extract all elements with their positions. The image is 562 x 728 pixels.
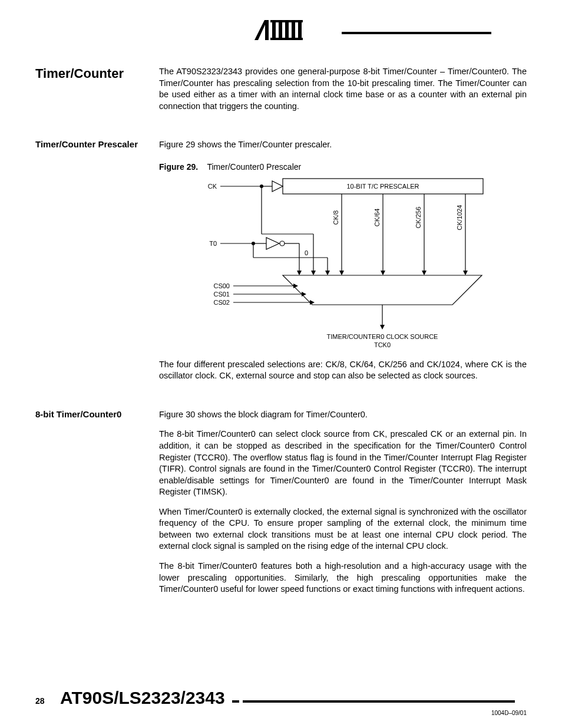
paragraph: The AT90S2323/2343 provides one general-… (159, 66, 527, 112)
page-number: 28 (35, 696, 45, 706)
prescaler-label: 10-BIT T/C PRESCALER (346, 183, 419, 190)
figure-prescaler-diagram: 10-BIT T/C PRESCALER CK (159, 176, 489, 353)
tap-label: CK/64 (373, 208, 381, 226)
svg-rect-46 (232, 700, 239, 703)
atmel-logo-icon (254, 18, 308, 45)
svg-rect-7 (298, 22, 302, 38)
svg-marker-20 (381, 271, 385, 275)
section-body: Figure 30 shows the block diagram for Ti… (159, 409, 527, 604)
figure-caption: Figure 29. Timer/Counter0 Prescaler (159, 162, 527, 173)
svg-marker-32 (297, 271, 302, 275)
section-heading: 8-bit Timer/Counter0 (35, 409, 159, 419)
tap-label: CK/8 (332, 210, 339, 224)
svg-marker-18 (339, 271, 344, 275)
out-label-2: TCK0 (374, 341, 391, 348)
paragraph: The 8-bit Timer/Counter0 can select cloc… (159, 429, 527, 498)
svg-rect-2 (270, 38, 303, 40)
page: Timer/Counter The AT90S2323/2343 provide… (0, 0, 562, 728)
svg-marker-22 (422, 271, 427, 275)
paragraph: The 8-bit Timer/Counter0 features both a… (159, 561, 527, 595)
section-body: Figure 29 shows the Timer/Counter presca… (159, 139, 527, 390)
section-timer-counter: Timer/Counter The AT90S2323/2343 provide… (35, 66, 527, 120)
svg-rect-3 (272, 22, 276, 38)
cs-label: CS02 (213, 299, 230, 306)
section-body: The AT90S2323/2343 provides one general-… (159, 66, 527, 120)
svg-point-29 (280, 241, 285, 246)
figure-title: Timer/Counter0 Prescaler (207, 162, 301, 172)
svg-rect-6 (292, 22, 295, 38)
doc-title: AT90S/LS2323/2343 (60, 688, 225, 708)
svg-marker-24 (463, 271, 468, 275)
section-prescaler: Timer/Counter Prescaler Figure 29 shows … (35, 139, 527, 390)
zero-label: 0 (305, 249, 308, 256)
section-8bit-tc0: 8-bit Timer/Counter0 Figure 30 shows the… (35, 409, 527, 604)
paragraph: Figure 30 shows the block diagram for Ti… (159, 409, 527, 421)
page-header (35, 18, 527, 47)
svg-marker-12 (272, 181, 283, 192)
svg-rect-47 (243, 700, 515, 703)
footer-rule-icon (232, 696, 515, 707)
paragraph: Figure 29 shows the Timer/Counter presca… (159, 139, 527, 151)
cs-label: CS00 (213, 282, 230, 289)
svg-marker-37 (283, 275, 482, 305)
tap-label: CK/1024 (456, 205, 463, 230)
section-heading: Timer/Counter Prescaler (35, 139, 159, 149)
svg-marker-16 (311, 271, 316, 275)
doc-id: 1004D–09/01 (491, 710, 527, 716)
paragraph: The four different prescaled selections … (159, 359, 527, 382)
cs-label: CS01 (213, 291, 230, 298)
svg-marker-36 (325, 271, 330, 275)
svg-rect-1 (270, 20, 303, 22)
header-rule (342, 32, 491, 34)
svg-marker-45 (380, 325, 385, 330)
out-label-1: TIMER/COUNTER0 CLOCK SOURCE (327, 333, 438, 340)
svg-marker-0 (254, 20, 269, 40)
section-heading: Timer/Counter (35, 66, 159, 81)
svg-marker-39 (293, 284, 298, 288)
svg-rect-4 (279, 22, 282, 38)
paragraph: When Timer/Counter0 is externally clocke… (159, 506, 527, 552)
svg-marker-28 (266, 238, 279, 249)
ck-label: CK (208, 183, 217, 190)
svg-marker-41 (302, 292, 306, 297)
t0-label: T0 (209, 240, 217, 247)
svg-rect-5 (285, 22, 289, 38)
page-footer: 28 AT90S/LS2323/2343 1004D–09/01 (35, 688, 527, 708)
figure-number: Figure 29. (159, 162, 198, 172)
svg-marker-43 (310, 300, 315, 305)
tap-label: CK/256 (415, 206, 422, 228)
